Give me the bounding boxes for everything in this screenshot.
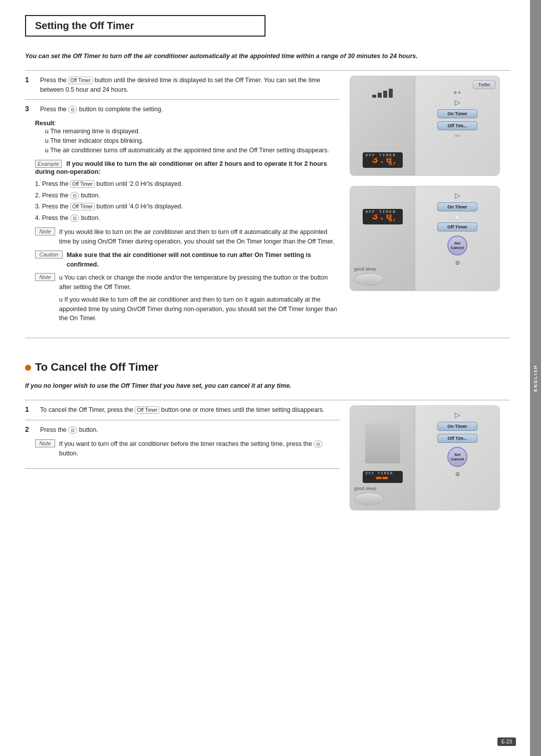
right-sidebar: ENGLISH <box>530 0 541 756</box>
set-cancel-btn2[interactable]: Set Cancel <box>447 235 467 256</box>
off-timer-btn3[interactable]: Off Tim... <box>437 434 477 443</box>
note2-item-2: If you would like to turn off the air co… <box>59 295 340 323</box>
on-timer-btn3[interactable]: On Timer <box>437 422 477 431</box>
example-bold: If you would like to turn the air condit… <box>35 160 327 175</box>
confirm-icon2: ⊙ <box>455 260 460 266</box>
step3: 3 Press the ⊙ button to complete the set… <box>25 105 340 114</box>
remote-right3: ▷ On Timer Off Tim... Set Cancel ⊙ <box>415 406 499 510</box>
note1-label: Note <box>35 227 55 235</box>
set-label1: Set <box>454 133 460 138</box>
caution-section: Caution Make sure that the air condition… <box>35 250 340 270</box>
divider1 <box>25 70 510 71</box>
text-column2: 1 To cancel the Off Timer, press the Off… <box>25 405 340 511</box>
section1: Setting the Off Timer You can set the Of… <box>25 15 510 338</box>
good-sleep-oval2 <box>354 273 384 286</box>
off-timer-label1: OFF TIMER <box>364 152 398 158</box>
text-column1: 1 Press the Off Timer button until the d… <box>25 76 340 330</box>
timer-display3: OFF TIMER ▬▬ <box>363 471 403 483</box>
note2-label: Note <box>35 273 55 281</box>
arrow-icon3: ▷ <box>455 411 460 419</box>
bar2 <box>378 93 382 98</box>
arrow-icon1: ▷ <box>455 98 460 106</box>
good-sleep-oval3 <box>354 492 384 505</box>
good-sleep-label2: good sleep <box>354 267 376 272</box>
cancel-note-label: Note <box>35 439 55 447</box>
cancel-step1-text: To cancel the Off Timer, press the Off T… <box>40 405 325 415</box>
cancel-step1: 1 To cancel the Off Timer, press the Off… <box>25 405 340 415</box>
off-timer-btn1[interactable]: Off Tim... <box>437 121 477 130</box>
step3-num: 3 <box>25 105 35 113</box>
remote-left2: OFF TIMER 3.0 Hr. good sleep <box>350 186 415 291</box>
sidebar-label: ENGLISH <box>533 365 538 392</box>
remote-diagram1: OFF TIMER 3.0 Hr. Turbo ❄☀ ▷ On Timer Of… <box>350 76 500 176</box>
example-label: Example <box>35 160 62 168</box>
page-number: E-23 <box>497 737 516 746</box>
bar3 <box>383 91 387 98</box>
timer-display1: OFF TIMER 3.0 Hr. <box>363 152 403 168</box>
content-area1: 1 Press the Off Timer button until the d… <box>25 76 510 330</box>
example-step-4: 4. Press the ⊙ button. <box>35 212 340 224</box>
note1-section: Note If you would like to turn on the ai… <box>35 227 340 246</box>
off-timer-label2: OFF TIMER <box>364 209 398 214</box>
good-sleep-area3: good sleep <box>354 486 384 505</box>
cancel-step2: 2 Press the ⊙ button. <box>25 425 340 435</box>
remote-left3: OFF TIMER ▬▬ good sleep <box>350 406 415 510</box>
example-steps: 1. Press the Off Timer button until '2.0… <box>35 178 340 223</box>
divider2 <box>25 99 340 100</box>
timer-display2: OFF TIMER 3.0 Hr. <box>363 209 403 224</box>
result-label: Result <box>35 120 54 127</box>
hr-label1: Hr. <box>389 161 401 167</box>
on-timer-btn1[interactable]: On Timer <box>437 109 477 118</box>
mode-icon1: ❄☀ <box>453 90 461 95</box>
on-timer-btn2[interactable]: On Timer <box>437 202 477 211</box>
divider6 <box>25 468 340 469</box>
bar1 <box>372 95 376 98</box>
off-timer-btn2[interactable]: Off Timer <box>437 222 477 231</box>
cancel-step1-num: 1 <box>25 405 35 413</box>
cancel-note-text: If you want to turn off the air conditio… <box>59 439 340 458</box>
confirm-icon3: ⊙ <box>455 471 460 477</box>
arrow-icon2: ▷ <box>455 191 460 199</box>
remote-body3 <box>365 423 400 463</box>
page-wrapper: Setting the Off Timer You can set the Of… <box>0 0 541 756</box>
step1-text: Press the Off Timer button until the des… <box>40 76 340 95</box>
good-sleep-area2: good sleep <box>354 267 384 286</box>
result-item-1: The remaining time is displayed. <box>45 127 340 136</box>
example-step-3: 3. Press the Off Timer button until '4.0… <box>35 201 340 212</box>
remote-diagram2: OFF TIMER 3.0 Hr. good sleep ▷ On Ti <box>350 186 500 291</box>
set-cancel-label3: Set Cancel <box>451 452 464 461</box>
step1-num: 1 <box>25 76 35 84</box>
good-sleep-label3: good sleep <box>354 486 376 491</box>
hr-label2: Hr. <box>389 218 401 223</box>
cancel-note-section: Note If you want to turn off the air con… <box>35 439 340 458</box>
divider4 <box>25 400 510 400</box>
remote-diagram3: OFF TIMER ▬▬ good sleep ▷ On Timer Off <box>350 405 500 511</box>
clock-icon2: 🕐 <box>455 214 460 219</box>
note2-list: You can check or change the mode and/or … <box>59 273 340 326</box>
step3-text: Press the ⊙ button to complete the setti… <box>40 105 163 114</box>
caution-text: Make sure that the air conditioner will … <box>67 250 340 270</box>
step1: 1 Press the Off Timer button until the d… <box>25 76 340 95</box>
section1-title: Setting the Off Timer <box>25 15 265 37</box>
image-column1: OFF TIMER 3.0 Hr. Turbo ❄☀ ▷ On Timer Of… <box>350 76 510 330</box>
note1-text: If you would like to turn on the air con… <box>59 227 340 246</box>
turbo-btn[interactable]: Turbo <box>473 80 495 89</box>
set-cancel-btn3[interactable]: Set Cancel <box>447 447 467 467</box>
result-list: The remaining time is displayed. The tim… <box>45 127 340 155</box>
cancel-step2-num: 2 <box>25 425 35 433</box>
note2-item-1: You can check or change the mode and/or … <box>59 273 340 292</box>
section2-intro: If you no longer wish to use the Off Tim… <box>25 381 510 391</box>
note2-section: Note You can check or change the mode an… <box>35 273 340 326</box>
section1-intro: You can set the Off Timer to turn off th… <box>25 52 510 61</box>
divider5 <box>25 420 340 420</box>
caution-label: Caution <box>35 250 63 259</box>
off-timer-label3: OFF TIMER <box>364 471 396 476</box>
remote-right1: Turbo ❄☀ ▷ On Timer Off Tim... Set <box>415 76 499 175</box>
result-item-3: The air conditioner turns off automatica… <box>45 146 340 155</box>
cancel-step2-text: Press the ⊙ button. <box>40 425 98 435</box>
example-section: Example If you would like to turn the ai… <box>35 160 340 223</box>
example-step-1: 1. Press the Off Timer button until '2.0… <box>35 178 340 190</box>
remote-right2: ▷ On Timer 🕐 Off Timer Set Cancel ⊙ <box>415 186 499 291</box>
example-step-2: 2. Press the ⊙ button. <box>35 190 340 201</box>
result-section: Result: The remaining time is displayed.… <box>35 119 340 155</box>
